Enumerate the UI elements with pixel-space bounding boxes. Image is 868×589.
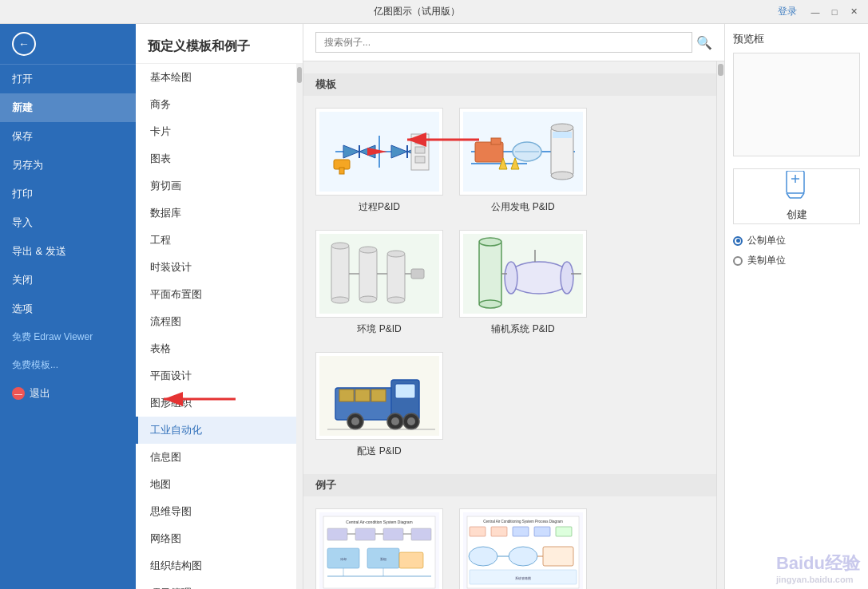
sidebar-item-free-templates[interactable]: 免费模板...	[0, 351, 136, 379]
radio-imperial-unit[interactable]: 美制单位	[733, 254, 860, 267]
example-item-1[interactable]: Central Air-condition System Diagram	[315, 508, 443, 589]
svg-rect-92	[556, 527, 572, 536]
category-graphic-org[interactable]: 图形组织	[136, 389, 296, 417]
svg-point-31	[331, 243, 349, 249]
maximize-btn[interactable]: □	[828, 6, 841, 18]
category-project-mgmt[interactable]: 项目管理	[136, 579, 296, 589]
content-scroll[interactable]: 模板	[303, 61, 716, 589]
svg-line-138	[787, 193, 790, 198]
category-info-graphic[interactable]: 信息图	[136, 444, 296, 471]
content-area: 🔍 模板	[303, 24, 868, 589]
exit-icon: —	[12, 387, 25, 400]
sidebar-item-save[interactable]: 保存	[0, 122, 136, 151]
template-process-pid[interactable]: 过程P&ID	[315, 108, 443, 214]
svg-point-24	[551, 124, 573, 132]
svg-rect-73	[411, 528, 431, 540]
template-delivery-pid[interactable]: 配送 P&ID	[315, 352, 443, 458]
svg-point-46	[479, 300, 501, 308]
sidebar-item-import[interactable]: 导入	[0, 208, 136, 237]
category-basic-drawing[interactable]: 基本绘图	[136, 64, 296, 91]
category-floor-plan[interactable]: 平面布置图	[136, 281, 296, 308]
svg-point-62	[407, 417, 415, 425]
category-flat-design[interactable]: 平面设计	[136, 362, 296, 389]
svg-text:Central Air-condition System D: Central Air-condition System Diagram	[346, 520, 412, 524]
category-org-chart[interactable]: 组织结构图	[136, 552, 296, 579]
category-table[interactable]: 表格	[136, 335, 296, 362]
category-fashion[interactable]: 时装设计	[136, 254, 296, 281]
category-panel: 预定义模板和例子 基本绘图 商务 卡片 图表 剪切画 数据库 工程 时装设计 平…	[136, 24, 303, 589]
templates-section-header: 模板	[303, 73, 716, 96]
titlebar: 亿图图示（试用版） 登录 — □ ✕	[0, 0, 868, 24]
template-label-utility-pid: 公用发电 P&ID	[491, 200, 554, 214]
svg-text:Central Air Conditioning Syste: Central Air Conditioning System Process …	[483, 520, 563, 524]
template-utility-pid[interactable]: 公用发电 P&ID	[459, 108, 587, 214]
template-thumb-env-pid	[315, 230, 443, 318]
category-mind-map[interactable]: 思维导图	[136, 498, 296, 525]
radio-label-public: 公制单位	[747, 234, 786, 247]
minimize-btn[interactable]: —	[809, 6, 822, 18]
search-bar: 🔍	[303, 24, 724, 61]
login-link[interactable]: 登录	[778, 5, 797, 18]
svg-rect-79	[399, 552, 423, 568]
back-icon: ←	[12, 32, 36, 56]
radio-public-unit[interactable]: 公制单位	[733, 234, 860, 247]
category-scroll-area: 基本绘图 商务 卡片 图表 剪切画 数据库 工程 时装设计 平面布置图 流程图 …	[136, 64, 303, 589]
template-thumb-auxiliary-pid	[459, 230, 587, 318]
close-btn[interactable]: ✕	[847, 6, 860, 18]
category-map[interactable]: 地图	[136, 471, 296, 498]
sidebar-item-edraw-viewer[interactable]: 免费 Edraw Viewer	[0, 323, 136, 351]
category-industrial-auto[interactable]: 工业自动化	[136, 417, 296, 444]
sidebar-item-open[interactable]: 打开	[0, 65, 136, 93]
svg-point-60	[391, 417, 399, 425]
category-flowchart[interactable]: 流程图	[136, 308, 296, 335]
svg-rect-89	[491, 527, 507, 536]
svg-point-58	[351, 417, 359, 425]
template-label-process-pid: 过程P&ID	[359, 200, 400, 214]
category-business[interactable]: 商务	[136, 91, 296, 118]
sidebar-item-options[interactable]: 选项	[0, 294, 136, 323]
category-clip-art[interactable]: 剪切画	[136, 172, 296, 200]
svg-point-32	[331, 297, 349, 303]
svg-rect-71	[355, 528, 375, 540]
svg-rect-26	[553, 132, 572, 138]
svg-point-34	[359, 247, 377, 253]
template-thumb-utility-pid	[459, 108, 587, 196]
category-engineering[interactable]: 工程	[136, 227, 296, 254]
template-env-pid[interactable]: 环境 P&ID	[315, 230, 443, 336]
svg-rect-63	[339, 389, 354, 401]
svg-rect-91	[534, 527, 550, 536]
sidebar-item-exit[interactable]: — 退出	[0, 379, 136, 408]
svg-rect-13	[415, 137, 425, 144]
sidebar-item-close[interactable]: 关闭	[0, 266, 136, 294]
example-thumb-2: Central Air Conditioning System Process …	[459, 508, 587, 589]
example-thumb-1: Central Air-condition System Diagram	[315, 508, 443, 589]
svg-rect-70	[327, 528, 347, 540]
example-item-2[interactable]: Central Air Conditioning System Process …	[459, 508, 587, 589]
create-button[interactable]: 创建	[733, 168, 860, 224]
svg-rect-56	[395, 384, 415, 398]
svg-rect-64	[355, 389, 370, 401]
svg-point-25	[551, 172, 573, 180]
category-chart[interactable]: 图表	[136, 145, 296, 172]
content-scrollbar[interactable]	[716, 61, 724, 589]
template-auxiliary-pid[interactable]: 辅机系统 P&ID	[459, 230, 587, 336]
category-list: 基本绘图 商务 卡片 图表 剪切画 数据库 工程 时装设计 平面布置图 流程图 …	[136, 64, 296, 589]
sidebar-item-export[interactable]: 导出 & 发送	[0, 237, 136, 266]
template-thumb-process-pid	[315, 108, 443, 196]
category-card[interactable]: 卡片	[136, 118, 296, 145]
svg-line-139	[801, 193, 804, 198]
unit-radio-group: 公制单位 美制单位	[733, 234, 860, 267]
search-input[interactable]	[315, 32, 692, 53]
sidebar-item-saveas[interactable]: 另存为	[0, 151, 136, 180]
svg-rect-20	[491, 138, 501, 144]
sidebar: ← 打开 新建 保存 另存为 打印 导入 导出 & 发送 关闭 选项 免费 Ed…	[0, 24, 136, 589]
sidebar-item-new[interactable]: 新建	[0, 93, 136, 122]
template-grid: 过程P&ID	[315, 108, 704, 458]
category-database[interactable]: 数据库	[136, 200, 296, 227]
search-button[interactable]: 🔍	[696, 35, 712, 50]
back-button[interactable]: ←	[0, 24, 136, 65]
panel-header: 预定义模板和例子	[136, 24, 303, 64]
category-network[interactable]: 网络图	[136, 525, 296, 552]
sidebar-item-print[interactable]: 打印	[0, 180, 136, 208]
examples-section-header: 例子	[303, 474, 716, 496]
